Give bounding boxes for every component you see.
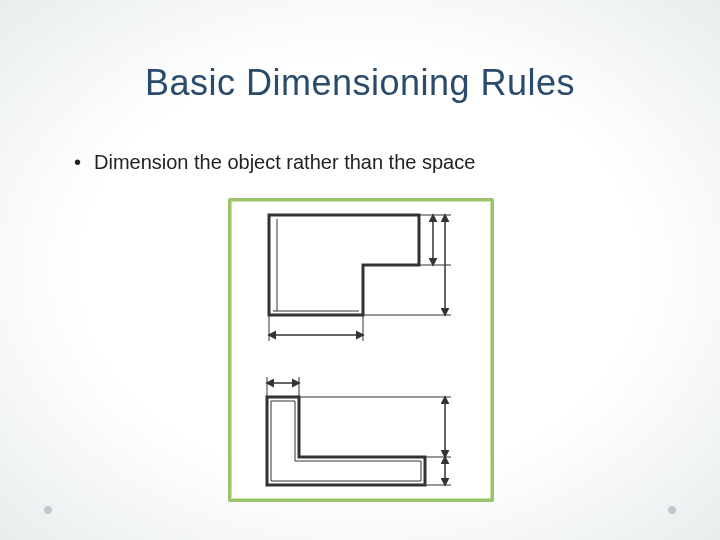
slide: Basic Dimensioning Rules Dimension the o… bbox=[0, 0, 720, 540]
pager-dot-right bbox=[668, 506, 676, 514]
figure-frame bbox=[228, 198, 494, 502]
bullet-list: Dimension the object rather than the spa… bbox=[74, 148, 475, 176]
bottom-example bbox=[267, 377, 451, 485]
page-title: Basic Dimensioning Rules bbox=[0, 62, 720, 104]
pager-dot-left bbox=[44, 506, 52, 514]
dimensioning-figure bbox=[237, 207, 485, 493]
list-item: Dimension the object rather than the spa… bbox=[74, 148, 475, 176]
top-example bbox=[269, 215, 451, 341]
